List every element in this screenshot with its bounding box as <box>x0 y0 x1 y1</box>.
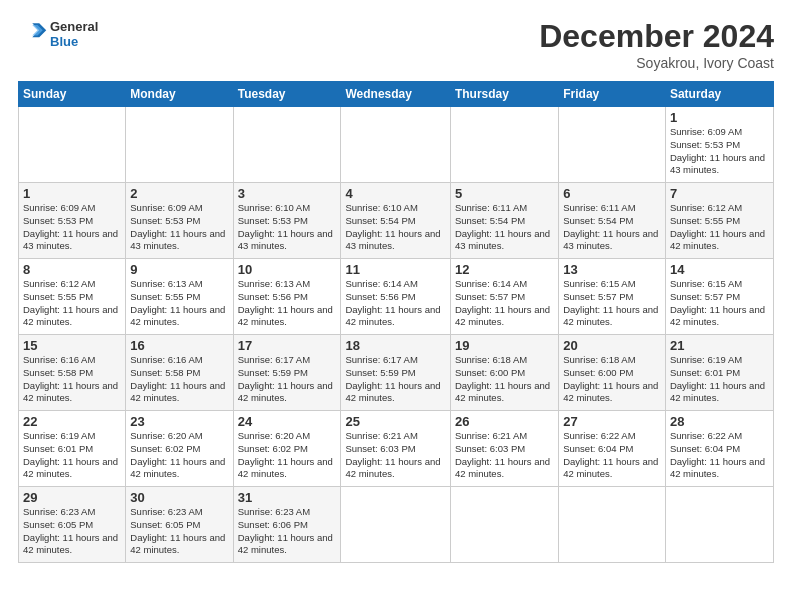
day-number: 27 <box>563 414 661 429</box>
day-info: Sunrise: 6:14 AMSunset: 5:57 PMDaylight:… <box>455 278 554 329</box>
calendar-cell: 29Sunrise: 6:23 AMSunset: 6:05 PMDayligh… <box>19 487 126 563</box>
calendar-cell <box>559 487 666 563</box>
calendar-cell: 4Sunrise: 6:10 AMSunset: 5:54 PMDaylight… <box>341 183 450 259</box>
calendar-cell: 10Sunrise: 6:13 AMSunset: 5:56 PMDayligh… <box>233 259 341 335</box>
day-number: 17 <box>238 338 337 353</box>
calendar-cell: 12Sunrise: 6:14 AMSunset: 5:57 PMDayligh… <box>450 259 558 335</box>
location: Soyakrou, Ivory Coast <box>539 55 774 71</box>
day-number: 10 <box>238 262 337 277</box>
calendar-cell <box>341 487 450 563</box>
day-info: Sunrise: 6:16 AMSunset: 5:58 PMDaylight:… <box>130 354 228 405</box>
day-number: 7 <box>670 186 769 201</box>
day-info: Sunrise: 6:23 AMSunset: 6:05 PMDaylight:… <box>23 506 121 557</box>
day-info: Sunrise: 6:17 AMSunset: 5:59 PMDaylight:… <box>238 354 337 405</box>
day-header-wednesday: Wednesday <box>341 82 450 107</box>
calendar-cell <box>126 107 233 183</box>
day-number: 1 <box>670 110 769 125</box>
calendar-cell: 21Sunrise: 6:19 AMSunset: 6:01 PMDayligh… <box>665 335 773 411</box>
day-number: 14 <box>670 262 769 277</box>
day-number: 23 <box>130 414 228 429</box>
header: General Blue December 2024 Soyakrou, Ivo… <box>18 18 774 71</box>
title-block: December 2024 Soyakrou, Ivory Coast <box>539 18 774 71</box>
day-info: Sunrise: 6:21 AMSunset: 6:03 PMDaylight:… <box>345 430 445 481</box>
calendar-cell: 31Sunrise: 6:23 AMSunset: 6:06 PMDayligh… <box>233 487 341 563</box>
calendar-cell: 5Sunrise: 6:11 AMSunset: 5:54 PMDaylight… <box>450 183 558 259</box>
week-row-6: 29Sunrise: 6:23 AMSunset: 6:05 PMDayligh… <box>19 487 774 563</box>
day-number: 6 <box>563 186 661 201</box>
logo-text-line1: General <box>50 19 98 34</box>
week-row-1: 1Sunrise: 6:09 AMSunset: 5:53 PMDaylight… <box>19 107 774 183</box>
day-number: 16 <box>130 338 228 353</box>
calendar-cell: 28Sunrise: 6:22 AMSunset: 6:04 PMDayligh… <box>665 411 773 487</box>
calendar-cell <box>450 487 558 563</box>
calendar-cell: 14Sunrise: 6:15 AMSunset: 5:57 PMDayligh… <box>665 259 773 335</box>
calendar-cell: 17Sunrise: 6:17 AMSunset: 5:59 PMDayligh… <box>233 335 341 411</box>
day-info: Sunrise: 6:11 AMSunset: 5:54 PMDaylight:… <box>455 202 554 253</box>
calendar-cell: 13Sunrise: 6:15 AMSunset: 5:57 PMDayligh… <box>559 259 666 335</box>
day-info: Sunrise: 6:14 AMSunset: 5:56 PMDaylight:… <box>345 278 445 329</box>
day-info: Sunrise: 6:15 AMSunset: 5:57 PMDaylight:… <box>563 278 661 329</box>
calendar-cell: 24Sunrise: 6:20 AMSunset: 6:02 PMDayligh… <box>233 411 341 487</box>
logo-icon <box>20 18 48 46</box>
calendar-cell: 7Sunrise: 6:12 AMSunset: 5:55 PMDaylight… <box>665 183 773 259</box>
day-number: 29 <box>23 490 121 505</box>
day-number: 1 <box>23 186 121 201</box>
day-number: 24 <box>238 414 337 429</box>
calendar-header-row: SundayMondayTuesdayWednesdayThursdayFrid… <box>19 82 774 107</box>
calendar-cell: 3Sunrise: 6:10 AMSunset: 5:53 PMDaylight… <box>233 183 341 259</box>
day-info: Sunrise: 6:13 AMSunset: 5:56 PMDaylight:… <box>238 278 337 329</box>
week-row-4: 15Sunrise: 6:16 AMSunset: 5:58 PMDayligh… <box>19 335 774 411</box>
calendar-cell: 1Sunrise: 6:09 AMSunset: 5:53 PMDaylight… <box>19 183 126 259</box>
day-number: 2 <box>130 186 228 201</box>
calendar-cell <box>559 107 666 183</box>
day-info: Sunrise: 6:19 AMSunset: 6:01 PMDaylight:… <box>23 430 121 481</box>
calendar-cell: 27Sunrise: 6:22 AMSunset: 6:04 PMDayligh… <box>559 411 666 487</box>
day-info: Sunrise: 6:10 AMSunset: 5:53 PMDaylight:… <box>238 202 337 253</box>
calendar-cell: 22Sunrise: 6:19 AMSunset: 6:01 PMDayligh… <box>19 411 126 487</box>
calendar-cell: 25Sunrise: 6:21 AMSunset: 6:03 PMDayligh… <box>341 411 450 487</box>
day-header-thursday: Thursday <box>450 82 558 107</box>
day-info: Sunrise: 6:12 AMSunset: 5:55 PMDaylight:… <box>670 202 769 253</box>
day-number: 30 <box>130 490 228 505</box>
calendar-cell <box>19 107 126 183</box>
day-header-sunday: Sunday <box>19 82 126 107</box>
calendar-cell: 2Sunrise: 6:09 AMSunset: 5:53 PMDaylight… <box>126 183 233 259</box>
day-number: 19 <box>455 338 554 353</box>
calendar-cell: 20Sunrise: 6:18 AMSunset: 6:00 PMDayligh… <box>559 335 666 411</box>
day-header-friday: Friday <box>559 82 666 107</box>
day-number: 21 <box>670 338 769 353</box>
day-info: Sunrise: 6:12 AMSunset: 5:55 PMDaylight:… <box>23 278 121 329</box>
day-info: Sunrise: 6:22 AMSunset: 6:04 PMDaylight:… <box>670 430 769 481</box>
day-number: 4 <box>345 186 445 201</box>
day-info: Sunrise: 6:10 AMSunset: 5:54 PMDaylight:… <box>345 202 445 253</box>
calendar-cell: 16Sunrise: 6:16 AMSunset: 5:58 PMDayligh… <box>126 335 233 411</box>
calendar-cell: 19Sunrise: 6:18 AMSunset: 6:00 PMDayligh… <box>450 335 558 411</box>
day-number: 9 <box>130 262 228 277</box>
month-title: December 2024 <box>539 18 774 55</box>
logo: General Blue <box>18 18 98 50</box>
calendar-cell <box>450 107 558 183</box>
calendar-cell: 18Sunrise: 6:17 AMSunset: 5:59 PMDayligh… <box>341 335 450 411</box>
day-number: 22 <box>23 414 121 429</box>
calendar-cell: 15Sunrise: 6:16 AMSunset: 5:58 PMDayligh… <box>19 335 126 411</box>
day-info: Sunrise: 6:20 AMSunset: 6:02 PMDaylight:… <box>130 430 228 481</box>
day-number: 25 <box>345 414 445 429</box>
day-number: 13 <box>563 262 661 277</box>
calendar-cell: 23Sunrise: 6:20 AMSunset: 6:02 PMDayligh… <box>126 411 233 487</box>
calendar-table: SundayMondayTuesdayWednesdayThursdayFrid… <box>18 81 774 563</box>
page-container: General Blue December 2024 Soyakrou, Ivo… <box>0 0 792 612</box>
day-info: Sunrise: 6:09 AMSunset: 5:53 PMDaylight:… <box>23 202 121 253</box>
day-info: Sunrise: 6:21 AMSunset: 6:03 PMDaylight:… <box>455 430 554 481</box>
day-number: 15 <box>23 338 121 353</box>
calendar-cell: 11Sunrise: 6:14 AMSunset: 5:56 PMDayligh… <box>341 259 450 335</box>
day-info: Sunrise: 6:18 AMSunset: 6:00 PMDaylight:… <box>455 354 554 405</box>
day-number: 11 <box>345 262 445 277</box>
calendar-cell: 30Sunrise: 6:23 AMSunset: 6:05 PMDayligh… <box>126 487 233 563</box>
day-number: 18 <box>345 338 445 353</box>
calendar-cell <box>665 487 773 563</box>
calendar-cell <box>341 107 450 183</box>
day-number: 12 <box>455 262 554 277</box>
calendar-cell: 1Sunrise: 6:09 AMSunset: 5:53 PMDaylight… <box>665 107 773 183</box>
day-header-saturday: Saturday <box>665 82 773 107</box>
day-number: 8 <box>23 262 121 277</box>
